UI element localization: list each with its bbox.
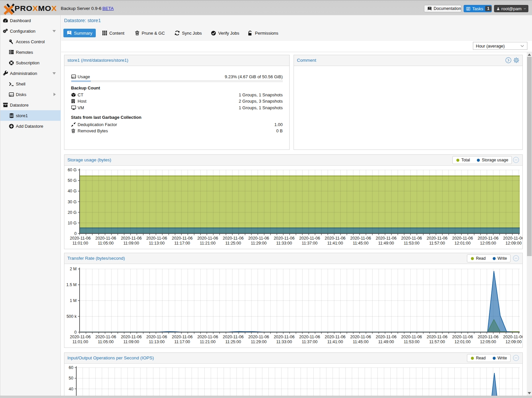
svg-text:11:29:00: 11:29:00 [251, 340, 266, 344]
svg-text:0: 0 [74, 330, 77, 335]
svg-text:2020-11-06: 2020-11-06 [376, 335, 397, 339]
svg-text:2020-11-06: 2020-11-06 [325, 236, 345, 241]
svg-text:2020-11-06: 2020-11-06 [121, 335, 142, 339]
svg-text:2020-11-06: 2020-11-06 [146, 236, 167, 241]
svg-text:2020-11-06: 2020-11-06 [274, 335, 295, 339]
svg-text:2020-11-06: 2020-11-06 [248, 335, 269, 339]
svg-text:11:49:00: 11:49:00 [378, 241, 394, 246]
svg-text:11:29:00: 11:29:00 [251, 241, 266, 246]
svg-text:2020-11-06: 2020-11-06 [503, 236, 522, 241]
svg-text:2020-11-06: 2020-11-06 [197, 236, 218, 241]
svg-text:60 G: 60 G [68, 168, 77, 172]
svg-text:60: 60 [69, 365, 73, 370]
svg-text:11:41:00: 11:41:00 [327, 340, 343, 344]
svg-text:11:01:00: 11:01:00 [72, 241, 88, 246]
svg-text:40 G: 40 G [68, 189, 77, 193]
svg-text:12:09:00: 12:09:00 [506, 340, 522, 344]
svg-text:2020-11-06: 2020-11-06 [197, 335, 218, 339]
svg-text:11:09:00: 11:09:00 [124, 340, 139, 344]
svg-text:2020-11-06: 2020-11-06 [350, 335, 371, 339]
svg-text:11:17:00: 11:17:00 [174, 241, 190, 246]
svg-text:11:09:00: 11:09:00 [124, 241, 139, 246]
svg-text:2020-11-06: 2020-11-06 [70, 236, 90, 241]
svg-text:11:53:00: 11:53:00 [404, 340, 419, 344]
svg-text:11:25:00: 11:25:00 [225, 241, 241, 246]
svg-text:2020-11-06: 2020-11-06 [452, 335, 473, 339]
svg-text:11:21:00: 11:21:00 [200, 241, 216, 246]
svg-text:11:25:00: 11:25:00 [225, 340, 241, 344]
svg-text:2020-11-06: 2020-11-06 [376, 236, 397, 241]
svg-text:12:01:00: 12:01:00 [454, 340, 471, 344]
svg-text:12:05:00: 12:05:00 [480, 241, 496, 246]
svg-text:40: 40 [69, 387, 73, 391]
svg-text:2020-11-06: 2020-11-06 [146, 335, 167, 339]
svg-text:500 k: 500 k [66, 314, 77, 319]
svg-text:2020-11-06: 2020-11-06 [70, 335, 90, 339]
svg-text:11:05:00: 11:05:00 [98, 340, 114, 344]
svg-text:11:05:00: 11:05:00 [98, 241, 114, 246]
svg-text:11:01:00: 11:01:00 [72, 340, 88, 344]
svg-text:12:01:00: 12:01:00 [454, 241, 471, 246]
svg-text:2020-11-06: 2020-11-06 [478, 335, 498, 339]
svg-text:11:45:00: 11:45:00 [353, 340, 369, 344]
svg-text:2 M: 2 M [70, 267, 77, 271]
svg-text:2020-11-06: 2020-11-06 [325, 335, 345, 339]
svg-text:2020-11-06: 2020-11-06 [503, 335, 522, 339]
svg-text:2020-11-06: 2020-11-06 [427, 335, 447, 339]
svg-text:11:13:00: 11:13:00 [149, 340, 165, 344]
svg-text:2020-11-06: 2020-11-06 [95, 335, 116, 339]
svg-text:2020-11-06: 2020-11-06 [401, 236, 422, 241]
svg-text:12:09:00: 12:09:00 [506, 241, 522, 246]
svg-text:11:17:00: 11:17:00 [174, 340, 190, 344]
svg-text:1 M: 1 M [70, 298, 77, 303]
svg-text:50 G: 50 G [68, 178, 77, 183]
svg-text:2020-11-06: 2020-11-06 [223, 335, 244, 339]
svg-text:2020-11-06: 2020-11-06 [248, 236, 269, 241]
svg-text:50: 50 [69, 376, 73, 381]
svg-text:2020-11-06: 2020-11-06 [121, 236, 142, 241]
svg-text:11:57:00: 11:57:00 [429, 241, 445, 246]
svg-text:30 G: 30 G [68, 200, 77, 204]
svg-text:11:41:00: 11:41:00 [327, 241, 343, 246]
svg-text:2020-11-06: 2020-11-06 [478, 236, 498, 241]
svg-text:11:21:00: 11:21:00 [200, 340, 216, 344]
svg-text:20 G: 20 G [68, 210, 77, 215]
svg-text:2020-11-06: 2020-11-06 [401, 335, 422, 339]
svg-text:0: 0 [74, 231, 77, 236]
svg-text:11:37:00: 11:37:00 [302, 340, 318, 344]
svg-text:2020-11-06: 2020-11-06 [172, 335, 193, 339]
svg-text:2020-11-06: 2020-11-06 [172, 236, 193, 241]
svg-text:2020-11-06: 2020-11-06 [95, 236, 116, 241]
svg-text:11:57:00: 11:57:00 [429, 340, 445, 344]
svg-text:11:13:00: 11:13:00 [149, 241, 165, 246]
svg-text:10 G: 10 G [68, 221, 77, 225]
svg-text:11:53:00: 11:53:00 [404, 241, 419, 246]
svg-text:11:49:00: 11:49:00 [378, 340, 394, 344]
svg-text:11:45:00: 11:45:00 [353, 241, 369, 246]
svg-text:1.5 M: 1.5 M [66, 282, 77, 287]
svg-text:11:33:00: 11:33:00 [276, 241, 292, 246]
svg-text:2020-11-06: 2020-11-06 [427, 236, 447, 241]
svg-text:12:05:00: 12:05:00 [480, 340, 496, 344]
svg-text:2020-11-06: 2020-11-06 [274, 236, 295, 241]
svg-text:2020-11-06: 2020-11-06 [299, 236, 320, 241]
svg-text:11:33:00: 11:33:00 [276, 340, 292, 344]
svg-text:2020-11-06: 2020-11-06 [299, 335, 320, 339]
svg-text:2020-11-06: 2020-11-06 [350, 236, 371, 241]
svg-text:11:37:00: 11:37:00 [302, 241, 318, 246]
svg-text:2020-11-06: 2020-11-06 [223, 236, 244, 241]
svg-text:2020-11-06: 2020-11-06 [452, 236, 473, 241]
